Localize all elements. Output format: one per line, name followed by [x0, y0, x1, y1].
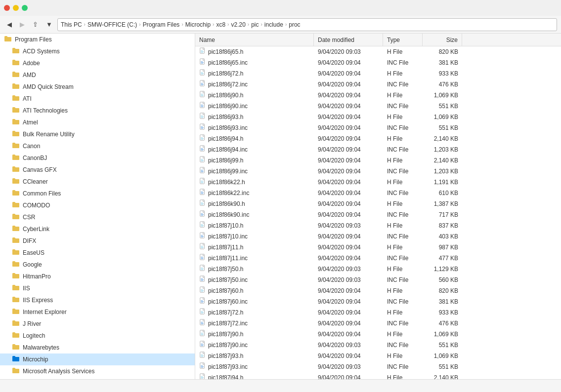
col-header-type[interactable]: Type [383, 34, 423, 46]
svg-rect-38 [201, 149, 204, 150]
table-row[interactable]: pic18f87j11.h9/04/2020 09:04H File987 KB [195, 242, 561, 253]
breadcrumb-drive[interactable]: SMW-OFFICE (C:) [87, 21, 137, 28]
breadcrumb-this-pc[interactable]: This PC [61, 21, 82, 28]
back-button[interactable]: ◀ [4, 19, 15, 30]
sidebar-item[interactable]: COMODO [0, 199, 195, 211]
sidebar-item[interactable]: Google [0, 259, 195, 271]
sidebar-item[interactable]: Adobe [0, 57, 195, 69]
sidebar-item[interactable]: Atmel [0, 117, 195, 128]
sidebar-item[interactable]: ATI [0, 93, 195, 105]
file-name-cell: pic18f87j50.h [195, 265, 314, 273]
sidebar-item[interactable]: Common Files [0, 188, 195, 199]
table-row[interactable]: pic18f86j90.h9/04/2020 09:04H File1,069 … [195, 90, 561, 101]
table-row[interactable]: pic18f87j93.inc9/04/2020 09:03INC File55… [195, 361, 561, 372]
svg-rect-22 [201, 106, 204, 106]
table-row[interactable]: pic18f86j94.inc9/04/2020 09:04INC File1,… [195, 144, 561, 155]
table-row[interactable]: pic18f86j90.inc9/04/2020 09:04INC File55… [195, 101, 561, 112]
sidebar-item[interactable]: HitmanPro [0, 271, 195, 282]
sidebar-item[interactable]: CCleaner [0, 176, 195, 188]
table-row[interactable]: pic18f86j65.h9/04/2020 09:03H File820 KB [195, 46, 561, 57]
table-row[interactable]: pic18f86j72.inc9/04/2020 09:04INC File47… [195, 79, 561, 90]
col-header-date[interactable]: Date modified [314, 34, 383, 46]
folder-icon [12, 367, 20, 376]
file-icon [199, 319, 206, 327]
table-row[interactable]: pic18f86k90.h9/04/2020 09:04H File1,387 … [195, 198, 561, 209]
close-button[interactable] [4, 5, 10, 11]
sidebar-item[interactable]: CanonBJ [0, 152, 195, 164]
breadcrumb-include[interactable]: include [264, 21, 283, 28]
minimize-button[interactable] [13, 5, 19, 11]
table-row[interactable]: pic18f87j60.h9/04/2020 09:04H File820 KB [195, 285, 561, 296]
sidebar-item[interactable]: Canvas GFX [0, 164, 195, 176]
file-name-cell: pic18f86j93.inc [195, 123, 314, 132]
breadcrumb-proc[interactable]: proc [289, 21, 300, 28]
file-name-label: pic18f86j72.h [208, 70, 243, 77]
file-name-cell: pic18f86k90.inc [195, 210, 314, 219]
table-row[interactable]: pic18f87j72.inc9/04/2020 09:04INC File47… [195, 318, 561, 329]
col-header-name[interactable]: Name [195, 34, 314, 46]
table-row[interactable]: pic18f86k22.inc9/04/2020 09:04INC File61… [195, 188, 561, 198]
table-row[interactable]: pic18f86j65.inc9/04/2020 09:04INC File38… [195, 57, 561, 68]
sidebar-item[interactable]: CyberLink [0, 223, 195, 235]
table-row[interactable]: pic18f86j93.h9/04/2020 09:04H File1,069 … [195, 112, 561, 122]
sidebar-item[interactable]: DIFX [0, 235, 195, 247]
table-row[interactable]: pic18f87j10.h9/04/2020 09:03H File837 KB [195, 220, 561, 231]
breadcrumb-programfiles[interactable]: Program Files [143, 21, 180, 28]
svg-rect-17 [201, 94, 203, 94]
recent-button[interactable]: ▼ [43, 19, 55, 30]
table-row[interactable]: pic18f87j94.h9/04/2020 09:04H File2,140 … [195, 372, 561, 379]
table-row[interactable]: pic18f87j50.h9/04/2020 09:03H File1,129 … [195, 264, 561, 274]
sidebar-item[interactable]: AMD Quick Stream [0, 81, 195, 93]
maximize-button[interactable] [22, 5, 28, 11]
col-header-size[interactable]: Size [423, 34, 462, 46]
svg-rect-42 [201, 160, 204, 160]
sidebar-item[interactable]: Microsoft Analysis Services [0, 365, 195, 377]
sidebar-item[interactable]: J River [0, 318, 195, 330]
table-row[interactable]: pic18f86k22.h9/04/2020 09:04H File1,191 … [195, 177, 561, 188]
table-row[interactable]: pic18f87j10.inc9/04/2020 09:04INC File40… [195, 231, 561, 242]
sidebar-item[interactable]: IIS Express [0, 294, 195, 306]
sidebar-item[interactable]: Microchip [0, 353, 195, 365]
sidebar-item[interactable]: EaseUS [0, 247, 195, 259]
sidebar-item[interactable]: CSR [0, 211, 195, 223]
svg-rect-110 [201, 345, 204, 345]
sidebar-item[interactable]: Bulk Rename Utility [0, 128, 195, 140]
svg-rect-113 [201, 354, 203, 355]
table-row[interactable]: pic18f86j99.h9/04/2020 09:04H File2,140 … [195, 155, 561, 166]
svg-rect-34 [201, 138, 204, 139]
sidebar-item[interactable]: AMD [0, 69, 195, 81]
up-button[interactable]: ⇧ [30, 19, 41, 30]
table-row[interactable]: pic18f87j93.h9/04/2020 09:04H File1,069 … [195, 351, 561, 361]
folder-icon [12, 201, 20, 210]
sidebar-item[interactable]: Canon [0, 140, 195, 152]
breadcrumb-v220[interactable]: v2.20 [231, 21, 245, 28]
table-row[interactable]: pic18f87j60.inc9/04/2020 09:04INC File38… [195, 296, 561, 307]
table-row[interactable]: pic18f87j90.inc9/04/2020 09:03INC File55… [195, 340, 561, 351]
sidebar-item[interactable]: ACD Systems [0, 45, 195, 57]
sidebar-item[interactable]: Logitech [0, 330, 195, 342]
sidebar-item[interactable]: Internet Explorer [0, 306, 195, 318]
sidebar-item-label: Microsoft Analysis Services [23, 368, 94, 375]
table-row[interactable]: pic18f87j11.inc9/04/2020 09:04INC File47… [195, 253, 561, 264]
sidebar-item[interactable]: ATI Technologies [0, 105, 195, 117]
file-type-cell: H File [383, 222, 423, 229]
sidebar-item[interactable]: Malwarebytes [0, 342, 195, 353]
table-row[interactable]: pic18f86k90.inc9/04/2020 09:04INC File71… [195, 209, 561, 220]
sidebar-item[interactable]: Microsoft DNX [0, 377, 195, 379]
file-size-cell: 2,140 KB [423, 157, 462, 164]
table-row[interactable]: pic18f86j94.h9/04/2020 09:04H File2,140 … [195, 133, 561, 144]
breadcrumb-xc8[interactable]: xc8 [216, 21, 225, 28]
breadcrumb-pic[interactable]: pic [251, 21, 259, 28]
forward-button[interactable]: ▶ [17, 19, 28, 30]
table-row[interactable]: pic18f87j50.inc9/04/2020 09:03INC File56… [195, 274, 561, 285]
sidebar-item[interactable]: Program Files [0, 34, 195, 45]
sidebar-item[interactable]: IIS [0, 282, 195, 294]
table-row[interactable]: pic18f87j72.h9/04/2020 09:04H File933 KB [195, 307, 561, 318]
file-date-cell: 9/04/2020 09:03 [314, 222, 383, 229]
address-bar[interactable]: This PC › SMW-OFFICE (C:) › Program File… [57, 18, 557, 31]
breadcrumb-microchip[interactable]: Microchip [185, 21, 211, 28]
table-row[interactable]: pic18f86j93.inc9/04/2020 09:04INC File55… [195, 122, 561, 133]
table-row[interactable]: pic18f86j99.inc9/04/2020 09:04INC File1,… [195, 166, 561, 177]
table-row[interactable]: pic18f86j72.h9/04/2020 09:04H File933 KB [195, 68, 561, 79]
table-row[interactable]: pic18f87j90.h9/04/2020 09:04H File1,069 … [195, 329, 561, 340]
